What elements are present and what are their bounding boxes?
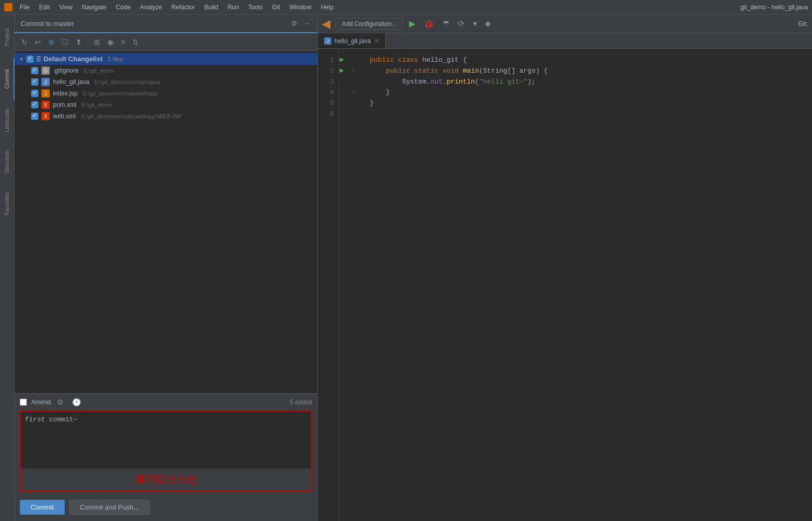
tab-bar: J hello_git.java ✕ xyxy=(318,33,812,49)
menu-run[interactable]: Run xyxy=(223,3,243,12)
sidebar-item-leetcode[interactable]: Leetcode xyxy=(0,100,15,141)
title-bar: File Edit View Navigate Code Analyze Ref… xyxy=(0,0,812,15)
commit-bottom: Amend ⚙ 🕐 5 added first commit~ 编写提交日志 C… xyxy=(15,393,317,521)
file-icon-pom-xml: X xyxy=(41,101,50,109)
run-arrow-1[interactable]: ▶ xyxy=(340,55,350,66)
menu-navigate[interactable]: Navigate xyxy=(78,3,110,12)
file-item-pom-xml[interactable]: X pom.xml E:\git_demo xyxy=(15,99,317,111)
changelist-count: 5 files xyxy=(108,56,123,62)
commit-panel-header: Commit to master ⚙ − xyxy=(15,15,317,33)
menu-bar[interactable]: File Edit View Navigate Code Analyze Ref… xyxy=(16,3,338,12)
file-item-hello-git[interactable]: J hello_git.java E:\git_demo\src\main\ja… xyxy=(15,76,317,88)
commit-actions: Commit Commit and Push... xyxy=(15,496,317,521)
toolbar-separator-1 xyxy=(88,37,88,47)
menu-git[interactable]: Git xyxy=(268,3,284,12)
file-checkbox-web-xml[interactable] xyxy=(31,113,38,120)
filter-button[interactable]: ◉ xyxy=(105,36,116,48)
amend-checkbox[interactable] xyxy=(20,399,27,406)
window-title: git_demo - hello_git.java xyxy=(740,4,808,11)
menu-window[interactable]: Window xyxy=(285,3,316,12)
line-num-1: 1 xyxy=(322,55,334,66)
changelist-checkbox[interactable] xyxy=(26,56,34,63)
debug-button[interactable]: 🐞 xyxy=(421,17,437,30)
app-icon xyxy=(4,3,12,11)
sidebar-item-project[interactable]: Project xyxy=(0,17,15,58)
collapse-arrow: ▼ xyxy=(19,56,24,62)
diff-button[interactable]: ⊕ xyxy=(46,36,57,48)
commit-and-push-button[interactable]: Commit and Push... xyxy=(69,500,150,515)
gutter-line-5 xyxy=(340,98,350,109)
line-num-6: 6 xyxy=(322,109,334,120)
changelist-header[interactable]: ▼ ☰ Default Changelist 5 files xyxy=(15,53,317,65)
file-path-web-xml: E:\git_demo\src\main\webapp\WEB-INF xyxy=(81,113,181,119)
file-checkbox-index-jsp[interactable] xyxy=(31,90,38,97)
changelist-name: Default Changelist xyxy=(44,55,103,63)
amend-history-button[interactable]: 🕐 xyxy=(70,397,83,407)
undo-button[interactable]: ↩ xyxy=(32,36,44,48)
menu-edit[interactable]: Edit xyxy=(35,3,54,12)
settings-button[interactable]: ⚙ xyxy=(289,18,300,29)
menu-view[interactable]: View xyxy=(55,3,77,12)
sidebar-item-commit[interactable]: Commit xyxy=(0,58,15,100)
gutter-line-6 xyxy=(340,109,350,120)
file-checkbox-gitignore[interactable] xyxy=(31,67,38,74)
code-editor[interactable]: 1 2 3 4 5 6 ▶ ▶ ⬦ ⬦ xyxy=(318,49,812,521)
minimize-button[interactable]: − xyxy=(303,18,311,29)
group-button[interactable]: ⊞ xyxy=(91,36,103,48)
menu-file[interactable]: File xyxy=(16,3,34,12)
edit-button[interactable]: ☐ xyxy=(59,36,71,48)
status-added: 5 added xyxy=(290,399,312,406)
expand-button[interactable]: ≡ xyxy=(118,36,128,48)
menu-code[interactable]: Code xyxy=(111,3,135,12)
profile-button[interactable]: ⟳ xyxy=(455,17,467,30)
run-arrow-2[interactable]: ▶ xyxy=(340,66,350,77)
file-icon-gitignore: G xyxy=(41,66,50,75)
stop-button[interactable]: ■ xyxy=(483,18,493,30)
intellij-icon: ◀ xyxy=(322,18,330,30)
amend-settings-button[interactable]: ⚙ xyxy=(55,397,66,407)
file-checkbox-hello-git[interactable] xyxy=(31,78,38,86)
file-checkbox-pom-xml[interactable] xyxy=(31,101,38,108)
menu-build[interactable]: Build xyxy=(200,3,222,12)
commit-message-area: first commit~ 编写提交日志 xyxy=(20,410,312,491)
bm-line-5 xyxy=(352,98,360,109)
left-panel: Commit to master ⚙ − ↻ ↩ ⊕ ☐ ⬆ ⊞ ◉ ≡ ⇅ ▼ xyxy=(15,15,318,521)
file-item-index-jsp[interactable]: J index.jsp E:\git_demo\src\main\webapp xyxy=(15,88,317,99)
refresh-button[interactable]: ↻ xyxy=(19,36,30,48)
sidebar-item-structure[interactable]: Structure xyxy=(0,141,15,183)
run-button[interactable]: ▶ xyxy=(407,17,418,30)
sidebar-item-favorites[interactable]: Favorites xyxy=(0,183,15,224)
right-panel: ◀ Add Configuration... ▶ 🐞 ☂ ⟳ ▾ ■ Git: … xyxy=(318,15,812,521)
line-num-3: 3 xyxy=(322,77,334,88)
file-item-web-xml[interactable]: X web.xml E:\git_demo\src\main\webapp\WE… xyxy=(15,111,317,122)
add-configuration-button[interactable]: Add Configuration... xyxy=(335,18,403,30)
line-num-4: 4 xyxy=(322,87,334,98)
commit-message-textarea[interactable]: first commit~ xyxy=(21,412,311,469)
file-path-pom-xml: E:\git_demo xyxy=(81,102,112,108)
gutter-line-4 xyxy=(340,87,350,98)
menu-help[interactable]: Help xyxy=(317,3,338,12)
file-name-web-xml: web.xml xyxy=(53,113,76,120)
code-content[interactable]: public class hello_git { public static v… xyxy=(361,49,812,521)
line-num-2: 2 xyxy=(322,66,334,77)
amend-row: Amend ⚙ 🕐 5 added xyxy=(15,394,317,410)
file-item-gitignore[interactable]: G .gitignore E:\git_demo xyxy=(15,65,317,76)
tab-filename: hello_git.java xyxy=(334,37,371,45)
dropdown-button[interactable]: ▾ xyxy=(470,17,480,30)
menu-refactor[interactable]: Refactor xyxy=(167,3,199,12)
file-name-gitignore: .gitignore xyxy=(53,67,78,74)
main-layout: Project Commit Leetcode Structure Favori… xyxy=(0,15,812,521)
tab-file-icon: J xyxy=(324,37,331,45)
run-toolbar: ◀ Add Configuration... ▶ 🐞 ☂ ⟳ ▾ ■ Git: xyxy=(318,15,812,33)
coverage-button[interactable]: ☂ xyxy=(440,17,452,30)
tab-close-button[interactable]: ✕ xyxy=(374,37,379,45)
sort-button[interactable]: ⇅ xyxy=(130,36,141,48)
menu-analyze[interactable]: Analyze xyxy=(136,3,166,12)
tab-hello-git-java[interactable]: J hello_git.java ✕ xyxy=(318,33,386,48)
menu-tools[interactable]: Tools xyxy=(244,3,267,12)
commit-button[interactable]: Commit xyxy=(20,500,65,515)
shelve-button[interactable]: ⬆ xyxy=(73,36,85,48)
commit-toolbar: ↻ ↩ ⊕ ☐ ⬆ ⊞ ◉ ≡ ⇅ xyxy=(15,33,317,51)
line-num-5: 5 xyxy=(322,98,334,109)
bm-line-4: ⬦ xyxy=(352,87,360,98)
